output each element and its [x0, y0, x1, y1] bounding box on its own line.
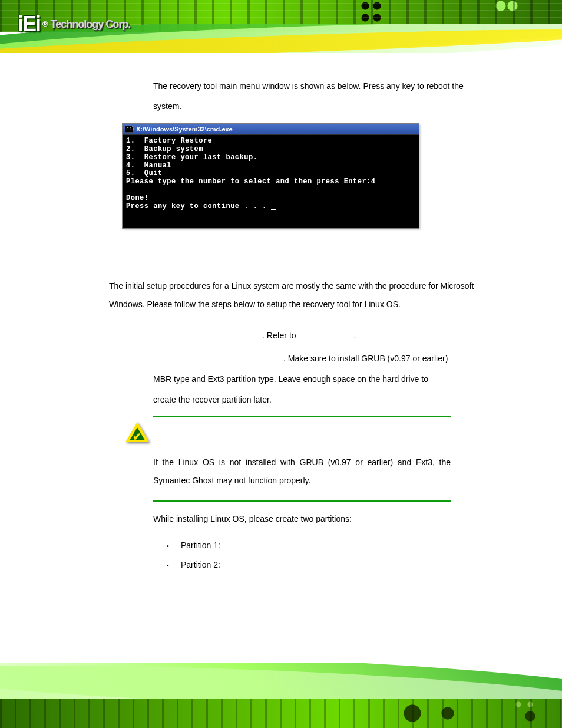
cmd-title-text: X:\Windows\System32\cmd.exe — [136, 126, 233, 133]
note-icon-row: ✔ — [125, 422, 474, 445]
cmd-line: 2. Backup system — [126, 145, 203, 153]
cmd-done: Done! — [126, 194, 149, 202]
logo-text: iEi — [18, 12, 40, 37]
cursor-icon — [271, 209, 276, 210]
partition-1-label: Partition 1: — [181, 541, 220, 550]
grub-rest: MBR type and Ext3 partition type. Leave … — [153, 369, 474, 410]
cmd-titlebar: c:\ X:\Windows\System32\cmd.exe — [123, 124, 419, 135]
grub-step: . Make sure to install GRUB (v0.97 or ea… — [109, 348, 474, 410]
cmd-line: 4. Manual — [126, 162, 171, 170]
registered-mark-icon: ® — [42, 19, 48, 28]
grub-first-line: . Make sure to install GRUB (v0.97 or ea… — [283, 348, 474, 369]
logo-tagline: Technology Corp. — [51, 18, 131, 31]
divider — [153, 500, 451, 502]
divider — [153, 416, 451, 417]
cmd-prompt: Please type the number to select and the… — [126, 177, 376, 186]
note-text: If the Linux OS is not installed with GR… — [153, 453, 451, 490]
cmd-line: 3. Restore your last backup. — [126, 153, 257, 162]
while-installing: While installing Linux OS, please create… — [153, 510, 474, 528]
list-item: Partition 1: — [167, 536, 474, 555]
grub-line3: create the recover partition later. — [153, 395, 272, 404]
cmd-window: c:\ X:\Windows\System32\cmd.exe 1. Facto… — [122, 123, 419, 229]
refer-fragment: . Refer to . — [262, 325, 474, 346]
partition-list: Partition 1: Partition 2: — [167, 536, 474, 574]
cmd-line: 1. Factory Restore — [126, 137, 212, 145]
page-content: The recovery tool main menu window is sh… — [109, 77, 474, 574]
cmd-line: 5. Quit — [126, 169, 163, 177]
brand-logo: iEi ®Technology Corp. — [18, 12, 153, 44]
cmd-body: 1. Factory Restore 2. Backup system 3. R… — [123, 135, 419, 228]
linux-intro-paragraph: The initial setup procedures for a Linux… — [109, 277, 474, 314]
grub-line2: MBR type and Ext3 partition type. Leave … — [153, 374, 428, 384]
cmd-icon: c:\ — [125, 126, 133, 133]
list-item: Partition 2: — [167, 555, 474, 574]
intro-paragraph: The recovery tool main menu window is sh… — [153, 77, 474, 116]
bottom-banner — [0, 663, 562, 728]
top-banner: iEi ®Technology Corp. — [0, 0, 562, 68]
partition-2-label: Partition 2: — [181, 560, 220, 569]
cmd-continue: Press any key to continue . . . — [126, 202, 271, 210]
note-triangle-icon: ✔ — [125, 422, 149, 443]
refer-text: . Refer to — [262, 331, 296, 340]
pcb-texture — [0, 699, 562, 728]
refer-period: . — [353, 331, 356, 340]
